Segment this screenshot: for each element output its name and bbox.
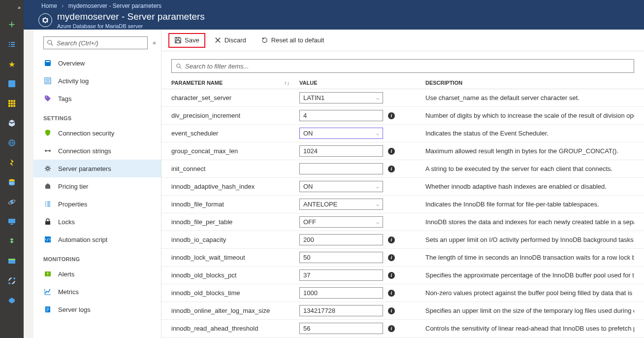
param-input[interactable]: 1024 [299, 145, 383, 157]
param-select[interactable]: ON⌵ [299, 181, 383, 192]
param-row: group_concat_max_len1024iMaximum allowed… [161, 142, 644, 160]
nav-aad-icon[interactable] [0, 291, 24, 310]
filter-input[interactable]: Search to filter items... [171, 59, 634, 73]
svg-point-17 [46, 97, 47, 98]
svg-rect-21 [45, 221, 50, 225]
info-icon[interactable]: i [388, 166, 395, 172]
info-icon[interactable]: i [388, 254, 395, 261]
nav-cosmos-icon[interactable] [0, 192, 24, 212]
param-row: innodb_online_alter_log_max_size13421772… [161, 302, 644, 320]
nav-dashboard-icon[interactable] [0, 74, 24, 94]
blade-header: Home › mydemoserver - Server parameters … [24, 0, 644, 30]
nav-item-server-logs[interactable]: Server logs [33, 301, 161, 318]
nav-sql-icon[interactable]: SQL [0, 172, 24, 192]
nav-item-tags[interactable]: Tags [33, 90, 161, 107]
param-row: innodb_old_blocks_time1000iNon-zero valu… [161, 284, 644, 302]
info-icon[interactable]: i [388, 112, 395, 119]
param-row: innodb_file_formatANTELOPE⌵Indicates the… [161, 196, 644, 213]
param-description: A string to be executed by the server fo… [425, 165, 634, 172]
nav-globe-icon[interactable] [0, 133, 24, 153]
nav-item-automation-script[interactable]: Automation script [33, 231, 161, 248]
reset-button[interactable]: Reset all to default [255, 33, 330, 48]
param-row: event_schedulerON⌵Indicates the status o… [161, 125, 644, 142]
nav-item-server-parameters[interactable]: Server parameters [33, 160, 161, 177]
param-select[interactable]: LATIN1⌵ [299, 92, 383, 103]
breadcrumb-home[interactable]: Home [41, 2, 57, 9]
expand-nav-icon[interactable]: » [0, 0, 24, 15]
resource-menu: Search (Ctrl+/) « OverviewActivity logTa… [33, 30, 161, 338]
discard-button[interactable]: Discard [208, 33, 252, 48]
nav-network-icon[interactable] [0, 271, 24, 291]
param-name: innodb_old_blocks_time [171, 289, 299, 297]
tags-icon [43, 94, 52, 103]
column-parameter-name[interactable]: PARAMETER NAME↑↓ [171, 80, 299, 86]
nav-item-pricing-tier[interactable]: Pricing tier [33, 177, 161, 195]
lock-icon [43, 217, 52, 226]
info-icon[interactable]: i [388, 148, 395, 155]
save-button[interactable]: Save [168, 33, 205, 48]
param-row: innodb_lock_wait_timeout50iThe length of… [161, 249, 644, 267]
svg-point-25 [177, 64, 180, 67]
collapse-menu-icon[interactable]: « [153, 39, 156, 46]
nav-list-icon[interactable] [0, 34, 24, 54]
prop-icon [43, 200, 52, 208]
conn-icon [43, 146, 52, 155]
nav-item-metrics[interactable]: Metrics [33, 283, 161, 301]
nav-item-locks[interactable]: Locks [33, 213, 161, 231]
script-icon [43, 235, 52, 244]
breadcrumb-current: mydemoserver - Server parameters [68, 2, 161, 9]
nav-item-properties[interactable]: Properties [33, 195, 161, 213]
nav-storage-icon[interactable] [0, 251, 24, 271]
nav-item-connection-security[interactable]: Connection security [33, 124, 161, 142]
column-value[interactable]: VALUE [299, 80, 425, 86]
page-subtitle: Azure Database for MariaDB server [57, 23, 205, 29]
param-input[interactable]: 1000 [299, 287, 383, 299]
param-description: Non-zero values protect against the buff… [425, 289, 634, 297]
param-select[interactable]: ANTELOPE⌵ [299, 199, 383, 210]
param-select[interactable]: ON⌵ [299, 128, 383, 139]
param-row: innodb_adaptive_hash_indexON⌵Whether inn… [161, 178, 644, 196]
nav-monitor-icon[interactable] [0, 212, 24, 232]
nav-item-alerts[interactable]: Alerts [33, 265, 161, 283]
info-icon[interactable]: i [388, 272, 395, 279]
param-input[interactable]: 4 [299, 110, 383, 121]
nav-item-overview[interactable]: Overview [33, 54, 161, 72]
svg-point-12 [48, 40, 52, 44]
param-input[interactable]: 134217728 [299, 305, 383, 316]
param-row: init_connectiA string to be executed by … [161, 160, 644, 178]
info-icon[interactable]: i [388, 237, 395, 243]
nav-cube-icon[interactable] [0, 113, 24, 133]
param-name: innodb_read_ahead_threshold [171, 325, 299, 332]
param-select[interactable]: OFF⌵ [299, 216, 383, 228]
nav-item-activity-log[interactable]: Activity log [33, 72, 161, 90]
info-icon[interactable]: i [388, 307, 395, 314]
nav-loadbalancer-icon[interactable] [0, 232, 24, 251]
param-name: innodb_io_capacity [171, 236, 299, 243]
menu-search-input[interactable]: Search (Ctrl+/) [43, 36, 148, 49]
favorites-icon[interactable]: ★ [0, 54, 24, 74]
global-nav: » + ★ SQL [0, 0, 24, 338]
breadcrumb: Home › mydemoserver - Server parameters [24, 0, 644, 9]
svg-rect-14 [45, 60, 51, 66]
nav-function-icon[interactable] [0, 153, 24, 172]
param-input[interactable] [299, 163, 383, 174]
info-icon[interactable]: i [388, 325, 395, 332]
param-input[interactable]: 56 [299, 323, 383, 334]
nav-item-connection-strings[interactable]: Connection strings [33, 142, 161, 160]
svg-rect-6 [8, 219, 15, 223]
param-input[interactable]: 200 [299, 234, 383, 245]
param-description: InnoDB stores the data and indexes for e… [425, 218, 634, 226]
svg-point-11 [13, 277, 15, 279]
create-resource-icon[interactable]: + [0, 15, 24, 34]
param-name: innodb_adaptive_hash_index [171, 183, 299, 190]
svg-point-19 [49, 150, 51, 152]
table-header: PARAMETER NAME↑↓ VALUE DESCRIPTION [161, 77, 644, 89]
param-input[interactable]: 37 [299, 270, 383, 281]
gear-icon [43, 164, 52, 173]
param-input[interactable]: 50 [299, 252, 383, 263]
param-name: character_set_server [171, 94, 299, 101]
info-icon[interactable]: i [388, 290, 395, 297]
column-description[interactable]: DESCRIPTION [425, 80, 634, 86]
search-icon [176, 63, 182, 69]
nav-grid-icon[interactable] [0, 94, 24, 113]
